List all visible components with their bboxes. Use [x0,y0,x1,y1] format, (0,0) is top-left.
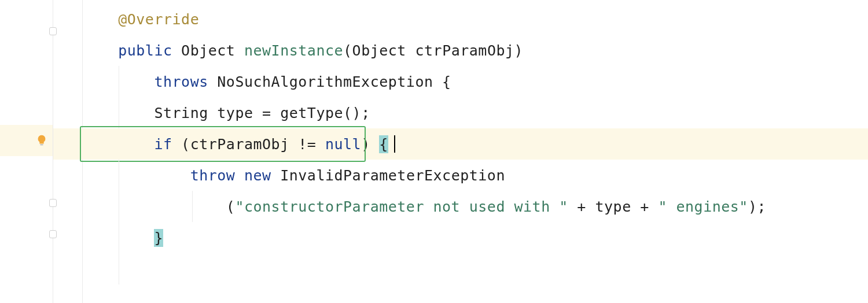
keyword-if: if [154,136,172,153]
code-line[interactable]: String type = getType(); [53,97,868,128]
code-line[interactable]: @Override [53,3,868,35]
paren-close: ) [514,42,524,59]
paren-open: ( [343,42,352,59]
string-literal: " engines" [658,198,748,215]
keyword-public: public [118,42,172,59]
code-editor[interactable]: @Override public Object newInstance(Obje… [53,0,868,303]
code-line[interactable]: } [53,222,868,253]
call-gettype: getType(); [280,105,370,121]
keyword-throws: throws [154,73,208,90]
paren-close-stmt: ); [748,198,766,215]
code-line[interactable]: throws NoSuchAlgorithmException { [53,66,868,97]
keyword-throw: throw [190,167,236,184]
keyword-null: null [325,136,361,153]
brace-close: } [154,229,163,247]
cond-op: != [298,136,316,153]
string-literal: "constructorParameter not used with " [235,198,568,215]
text-cursor [394,135,395,153]
code-line[interactable]: ("constructorParameter not used with " +… [53,191,868,222]
op-equals: = [262,105,271,121]
param-type: Object [352,42,406,59]
type-object: Object [181,42,235,59]
editor-gutter[interactable] [0,0,53,303]
code-line[interactable]: public Object newInstance(Object ctrPara… [53,35,868,66]
method-name: newInstance [244,42,343,59]
code-line[interactable]: throw new InvalidParameterException [53,160,868,191]
cond-var: ctrParamObj [190,136,289,153]
svg-rect-0 [40,144,43,145]
intention-bulb-icon[interactable] [35,134,48,147]
keyword-new: new [244,167,271,184]
var-name: type [217,105,253,121]
paren-close: ) [361,136,370,153]
exception-name: InvalidParameterException [280,167,505,184]
param-name: ctrParamObj [415,42,514,59]
code-line-current[interactable]: if (ctrParamObj != null) { [53,128,868,160]
annotation: @Override [118,11,199,28]
op-plus: + [577,198,586,215]
brace-open: { [442,73,451,90]
paren-open: ( [226,198,236,215]
op-plus: + [640,198,649,215]
brace-open: { [379,135,388,153]
code-line[interactable] [53,253,868,284]
paren-open: ( [181,136,190,153]
type-string: String [154,105,208,121]
var-ref: type [595,198,631,215]
exception-name: NoSuchAlgorithmException [217,73,433,90]
